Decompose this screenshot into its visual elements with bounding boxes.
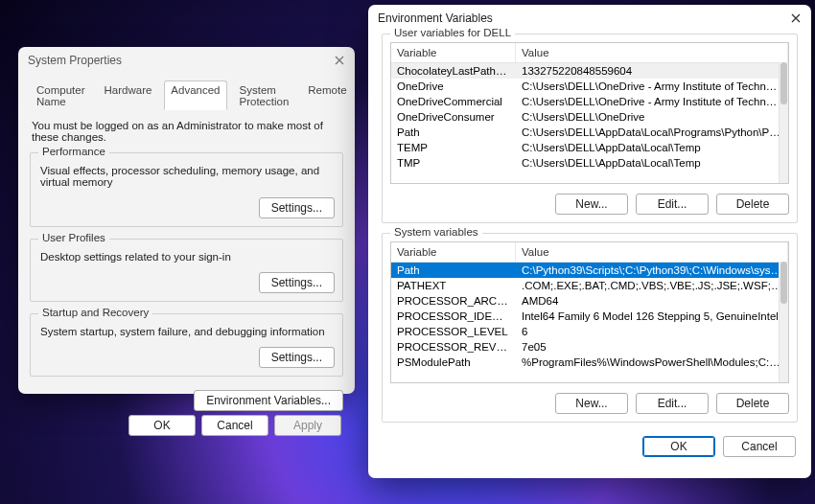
performance-desc: Visual effects, processor scheduling, me… — [38, 159, 335, 197]
table-row[interactable]: PathC:\Users\DELL\AppData\Local\Programs… — [391, 125, 788, 140]
cell-value: C:\Users\DELL\OneDrive - Army Institute … — [516, 94, 788, 109]
table-row[interactable]: OneDriveCommercialC:\Users\DELL\OneDrive… — [391, 94, 788, 109]
cell-variable: OneDriveConsumer — [391, 109, 516, 125]
cancel-button[interactable]: Cancel — [201, 415, 268, 436]
cell-variable: Path — [391, 125, 516, 140]
table-row[interactable]: PATHEXT.COM;.EXE;.BAT;.CMD;.VBS;.VBE;.JS… — [391, 278, 788, 293]
cell-variable: TMP — [391, 155, 516, 171]
cell-value: C:\Users\DELL\OneDrive - Army Institute … — [516, 79, 788, 94]
cell-value: C:\Python39\Scripts\;C:\Python39\;C:\Win… — [516, 263, 788, 278]
environment-variables-dialog: Environment Variables User variables for… — [368, 5, 811, 478]
cell-variable: PROCESSOR_LEVEL — [391, 324, 516, 339]
startup-recovery-group: Startup and Recovery System startup, sys… — [30, 313, 343, 377]
performance-legend: Performance — [38, 146, 109, 157]
cell-value: Intel64 Family 6 Model 126 Stepping 5, G… — [516, 309, 788, 324]
cell-variable: PROCESSOR_IDENTIFIER — [391, 309, 516, 324]
tab-advanced[interactable]: Advanced — [164, 80, 226, 110]
cell-variable: OneDrive — [391, 79, 516, 94]
table-row[interactable]: PROCESSOR_REVISION7e05 — [391, 339, 788, 355]
startup-recovery-legend: Startup and Recovery — [38, 307, 152, 318]
user-profiles-legend: User Profiles — [38, 232, 109, 243]
system-variables-legend: System variables — [390, 226, 482, 238]
tab-computer-name[interactable]: Computer Name — [30, 80, 92, 110]
user-profiles-group: User Profiles Desktop settings related t… — [30, 239, 343, 302]
cell-value: %ProgramFiles%\WindowsPowerShell\Modules… — [516, 355, 788, 370]
tab-remote[interactable]: Remote — [301, 80, 353, 110]
tab-strip: Computer Name Hardware Advanced System P… — [30, 78, 343, 116]
sys-new-button[interactable]: New... — [555, 393, 628, 414]
cell-variable: PROCESSOR_ARCHITECTU... — [391, 293, 516, 309]
startup-recovery-desc: System startup, system failure, and debu… — [38, 320, 335, 347]
tab-system-protection[interactable]: System Protection — [233, 80, 296, 110]
cell-value: 133275220848559604 — [516, 63, 788, 79]
performance-group: Performance Visual effects, processor sc… — [30, 152, 343, 227]
table-row[interactable]: TEMPC:\Users\DELL\AppData\Local\Temp — [391, 140, 788, 155]
column-value[interactable]: Value — [516, 43, 788, 62]
user-variables-list[interactable]: Variable Value ChocolateyLastPathUpdate1… — [390, 42, 789, 184]
table-row[interactable]: TMPC:\Users\DELL\AppData\Local\Temp — [391, 155, 788, 171]
window-title: Environment Variables — [378, 11, 493, 25]
performance-settings-button[interactable]: Settings... — [259, 197, 335, 218]
cell-value: C:\Users\DELL\AppData\Local\Programs\Pyt… — [516, 125, 788, 140]
cell-variable: PROCESSOR_REVISION — [391, 339, 516, 355]
user-edit-button[interactable]: Edit... — [636, 194, 709, 215]
cell-value: AMD64 — [516, 293, 788, 309]
system-variables-list[interactable]: Variable Value PathC:\Python39\Scripts\;… — [390, 241, 789, 383]
cell-variable: ChocolateyLastPathUpdate — [391, 63, 516, 79]
table-row[interactable]: OneDriveConsumerC:\Users\DELL\OneDrive — [391, 109, 788, 125]
list-header[interactable]: Variable Value — [391, 43, 788, 63]
column-value[interactable]: Value — [516, 242, 788, 262]
scrollbar[interactable] — [779, 62, 788, 183]
table-row[interactable]: PROCESSOR_LEVEL6 — [391, 324, 788, 339]
titlebar: System Properties — [18, 47, 355, 74]
user-new-button[interactable]: New... — [555, 194, 628, 215]
ok-button[interactable]: OK — [128, 415, 196, 436]
user-profiles-settings-button[interactable]: Settings... — [259, 272, 335, 293]
cell-variable: PSModulePath — [391, 355, 516, 370]
environment-variables-button[interactable]: Environment Variables... — [194, 390, 343, 411]
cell-value: C:\Users\DELL\AppData\Local\Temp — [516, 140, 788, 155]
close-icon[interactable] — [788, 11, 803, 26]
tab-hardware[interactable]: Hardware — [98, 80, 159, 110]
system-properties-dialog: System Properties Computer Name Hardware… — [18, 47, 355, 394]
table-row[interactable]: PathC:\Python39\Scripts\;C:\Python39\;C:… — [391, 263, 788, 278]
table-row[interactable]: PROCESSOR_IDENTIFIERIntel64 Family 6 Mod… — [391, 309, 788, 324]
cell-value: 6 — [516, 324, 788, 339]
user-profiles-desc: Desktop settings related to your sign-in — [38, 245, 335, 272]
table-row[interactable]: PSModulePath%ProgramFiles%\WindowsPowerS… — [391, 355, 788, 370]
startup-recovery-settings-button[interactable]: Settings... — [259, 347, 335, 368]
cell-variable: OneDriveCommercial — [391, 94, 516, 109]
apply-button: Apply — [274, 415, 341, 436]
cell-variable: PATHEXT — [391, 278, 516, 293]
cell-variable: Path — [391, 263, 516, 278]
column-variable[interactable]: Variable — [391, 43, 516, 62]
scrollbar[interactable] — [779, 262, 788, 382]
column-variable[interactable]: Variable — [391, 242, 516, 262]
user-variables-panel: User variables for DELL Variable Value C… — [382, 34, 798, 223]
table-row[interactable]: PROCESSOR_ARCHITECTU...AMD64 — [391, 293, 788, 309]
list-header[interactable]: Variable Value — [391, 242, 788, 263]
window-title: System Properties — [28, 54, 122, 67]
user-delete-button[interactable]: Delete — [716, 194, 789, 215]
table-row[interactable]: OneDriveC:\Users\DELL\OneDrive - Army In… — [391, 79, 788, 94]
sys-delete-button[interactable]: Delete — [716, 393, 789, 414]
table-row[interactable]: ChocolateyLastPathUpdate1332752208485596… — [391, 63, 788, 79]
ok-button[interactable]: OK — [642, 436, 715, 457]
close-icon[interactable] — [332, 53, 347, 68]
cell-value: C:\Users\DELL\OneDrive — [516, 109, 788, 125]
cell-value: .COM;.EXE;.BAT;.CMD;.VBS;.VBE;.JS;.JSE;.… — [516, 278, 788, 293]
cell-value: 7e05 — [516, 339, 788, 355]
user-variables-legend: User variables for DELL — [390, 27, 515, 38]
cancel-button[interactable]: Cancel — [723, 436, 796, 457]
system-variables-panel: System variables Variable Value PathC:\P… — [382, 233, 798, 423]
cell-variable: TEMP — [391, 140, 516, 155]
sys-edit-button[interactable]: Edit... — [636, 393, 709, 414]
cell-value: C:\Users\DELL\AppData\Local\Temp — [516, 155, 788, 171]
